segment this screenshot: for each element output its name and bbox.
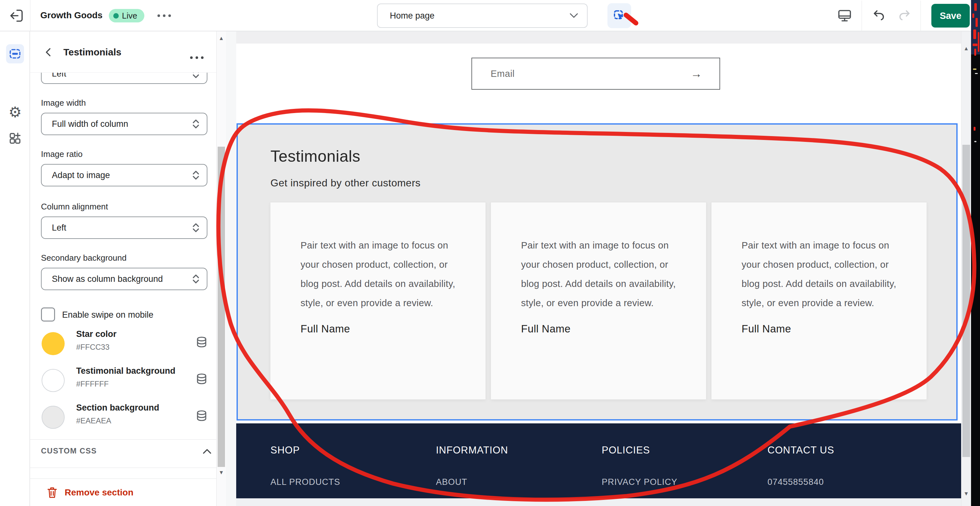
panel-scrollbar[interactable]: ▲ ▼	[216, 31, 226, 506]
footer-link[interactable]: ABOUT	[436, 477, 467, 487]
device-preview-button[interactable]	[837, 8, 852, 23]
preview-bottom-strip	[236, 498, 961, 506]
image-width-select[interactable]: Full width of column	[41, 113, 207, 135]
redo-icon	[898, 9, 911, 22]
star-color-swatch[interactable]	[41, 332, 65, 355]
scroll-down-arrow-icon[interactable]: ▼	[961, 491, 971, 497]
top-bar: Growth Goods Live Home page	[0, 0, 971, 31]
undo-icon	[872, 9, 885, 22]
submit-arrow-icon[interactable]: →	[690, 67, 702, 80]
sidebar-item-apps[interactable]	[6, 129, 24, 147]
panel-scrollbar-thumb[interactable]	[218, 147, 225, 467]
scroll-down-arrow-icon[interactable]: ▼	[217, 469, 226, 476]
panel-divider	[30, 468, 216, 468]
database-icon	[195, 336, 208, 348]
select-updown-icon	[192, 118, 200, 129]
scroll-up-arrow-icon[interactable]: ▲	[217, 35, 226, 42]
select-updown-icon	[192, 170, 200, 180]
testimonial-author: Full Name	[521, 323, 676, 335]
sidebar-item-theme-settings[interactable]: ⚙	[6, 103, 24, 121]
star-color-dynamic-source-button[interactable]	[195, 336, 208, 348]
previous-section-edge	[236, 31, 961, 43]
section-background-label: Section background	[76, 403, 159, 413]
select-cursor-icon	[612, 8, 627, 23]
field-label-column-alignment: Column alignment	[41, 202, 108, 212]
enable-swipe-checkbox[interactable]	[41, 307, 55, 322]
footer-heading: INFORMATION	[436, 445, 508, 456]
secondary-background-select[interactable]: Show as column background	[41, 268, 207, 290]
field-label-image-width: Image width	[41, 98, 86, 108]
section-picker-button[interactable]	[608, 3, 631, 28]
chevron-up-icon	[203, 449, 211, 454]
testimonial-card: Pair text with an image to focus on your…	[711, 202, 927, 400]
section-settings-panel: Left Testimonials Image width Full width…	[30, 31, 216, 506]
custom-css-collapse-button[interactable]	[203, 449, 211, 455]
topbar-divider	[30, 0, 30, 31]
database-icon	[195, 372, 208, 385]
footer-link[interactable]: PRIVACY POLICY	[602, 477, 678, 487]
testimonial-background-dynamic-source-button[interactable]	[195, 372, 208, 385]
star-color-label: Star color	[76, 329, 116, 339]
panel-title: Testimonials	[64, 47, 121, 57]
section-subheading: Get inspired by other customers	[270, 177, 420, 189]
store-name: Growth Goods	[40, 0, 102, 31]
image-width-value: Full width of column	[52, 119, 128, 129]
select-updown-icon	[192, 273, 200, 284]
store-more-button[interactable]	[158, 13, 177, 19]
redo-button[interactable]	[898, 9, 911, 22]
enable-swipe-label: Enable swipe on mobile	[62, 310, 153, 320]
editor-tool-strip: ⚙	[0, 31, 30, 506]
secondary-background-value: Show as column background	[52, 274, 163, 284]
testimonial-background-swatch[interactable]	[41, 369, 65, 392]
scroll-up-arrow-icon[interactable]: ▲	[961, 45, 971, 52]
image-ratio-select[interactable]: Adapt to image	[41, 164, 207, 187]
preview-scrollbar[interactable]: ▲ ▼	[961, 31, 971, 506]
live-badge-label: Live	[122, 11, 137, 21]
testimonial-card: Pair text with an image to focus on your…	[270, 202, 486, 400]
panel-header: Testimonials	[30, 31, 216, 72]
apps-icon	[9, 132, 21, 145]
custom-css-header[interactable]: CUSTOM CSS	[41, 447, 97, 455]
testimonial-author: Full Name	[301, 323, 455, 335]
preview-scrollbar-thumb[interactable]	[963, 145, 970, 457]
undo-button[interactable]	[872, 9, 885, 22]
footer-heading: SHOP	[270, 445, 300, 456]
live-dot-icon	[113, 13, 119, 19]
footer-link[interactable]: ALL PRODUCTS	[270, 477, 340, 487]
exit-icon	[8, 8, 24, 24]
testimonial-author: Full Name	[741, 323, 896, 335]
field-label-secondary-background: Secondary background	[41, 253, 126, 263]
remove-section-label: Remove section	[65, 487, 134, 498]
footer-link[interactable]: 07455855840	[767, 477, 824, 487]
column-alignment-select[interactable]: Left	[41, 217, 207, 239]
field-label-image-ratio: Image ratio	[41, 149, 83, 159]
desktop-monitor-icon	[837, 8, 852, 23]
section-background-swatch[interactable]	[41, 406, 65, 429]
page-selector[interactable]: Home page	[377, 3, 588, 28]
live-status-badge: Live	[109, 9, 144, 22]
save-button[interactable]: Save	[931, 4, 970, 27]
panel-divider	[30, 439, 216, 440]
screen-edge-strip	[971, 0, 980, 506]
remove-section-button[interactable]: Remove section	[47, 487, 134, 499]
store-footer: SHOP ALL PRODUCTS INFORMATION ABOUT POLI…	[236, 423, 961, 498]
canvas-gap	[226, 31, 236, 506]
exit-editor-button[interactable]	[8, 8, 24, 24]
sidebar-item-sections[interactable]	[6, 44, 24, 64]
theme-preview-pane: Email → Testimonials Get inspired by oth…	[236, 31, 961, 506]
chevron-left-icon	[43, 47, 53, 57]
column-alignment-value: Left	[52, 223, 66, 233]
testimonial-text: Pair text with an image to focus on your…	[301, 236, 455, 313]
testimonials-section-selected[interactable]: Testimonials Get inspired by other custo…	[237, 123, 958, 420]
section-background-dynamic-source-button[interactable]	[195, 409, 208, 422]
section-more-button[interactable]	[190, 56, 204, 59]
topbar-divider	[862, 1, 862, 31]
gear-icon: ⚙	[8, 105, 21, 120]
footer-heading: POLICIES	[602, 445, 650, 456]
back-button[interactable]	[43, 47, 53, 57]
image-ratio-value: Adapt to image	[52, 170, 110, 180]
email-signup-input[interactable]: Email →	[471, 57, 720, 90]
testimonial-background-hex: #FFFFFF	[76, 380, 108, 388]
testimonial-text: Pair text with an image to focus on your…	[521, 236, 676, 313]
testimonial-background-label: Testimonial background	[76, 366, 175, 376]
